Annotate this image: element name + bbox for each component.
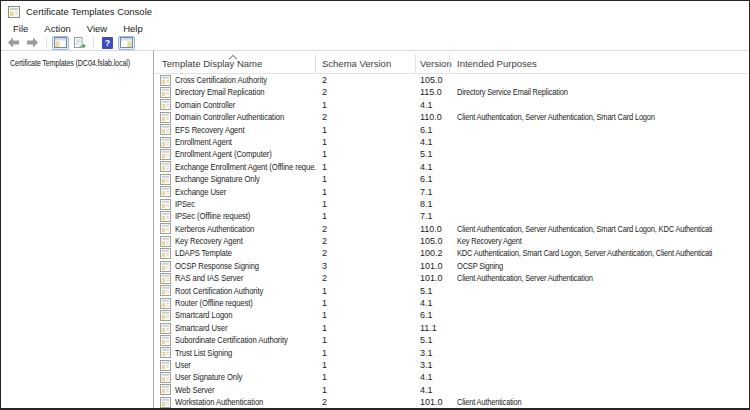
cell-version: 4.1 (420, 136, 456, 148)
menu-help[interactable]: Help (115, 23, 151, 34)
cell-template-display-name: Cross Certification Authority (160, 74, 316, 86)
cell-schema-version: 1 (322, 309, 382, 321)
cell-intended-purposes: Client Authentication, Server Authentica… (457, 272, 712, 284)
cell-intended-purposes (457, 285, 712, 297)
table-row[interactable]: Exchange User 1 7.1 (154, 186, 749, 198)
table-row[interactable]: Subordinate Certification Authority 1 5.… (154, 334, 749, 346)
cell-version: 11.1 (420, 322, 456, 334)
column-divider[interactable] (415, 54, 416, 73)
table-row[interactable]: Domain Controller Authentication 2 110.0… (154, 111, 749, 123)
table-row[interactable]: Smartcard Logon 1 6.1 (154, 309, 749, 321)
cell-version: 6.1 (420, 173, 456, 185)
table-row[interactable]: Workstation Authentication 2 101.0 Clien… (154, 396, 749, 408)
column-header-schema-version[interactable]: Schema Version (322, 58, 391, 69)
cell-version: 5.1 (420, 334, 456, 346)
cell-intended-purposes: KDC Authentication, Smart Card Logon, Se… (457, 247, 712, 259)
cell-schema-version: 1 (322, 124, 382, 136)
show-action-pane-button[interactable] (118, 36, 135, 50)
table-row[interactable]: Exchange Enrollment Agent (Offline reque… (154, 161, 749, 173)
table-row[interactable]: IPSec (Offline request) 1 7.1 (154, 210, 749, 222)
menu-file[interactable]: File (5, 23, 36, 34)
cell-schema-version: 1 (322, 371, 382, 383)
cell-intended-purposes (457, 347, 712, 359)
cell-schema-version: 1 (322, 359, 382, 371)
cell-intended-purposes (457, 124, 712, 136)
export-list-icon (73, 37, 86, 49)
cell-intended-purposes: Directory Service Email Replication (457, 86, 712, 98)
table-row[interactable]: Router (Offline request) 1 4.1 (154, 297, 749, 309)
cell-intended-purposes: Client Authentication (457, 396, 712, 408)
table-row[interactable]: EFS Recovery Agent 1 6.1 (154, 124, 749, 136)
column-header-version[interactable]: Version (420, 58, 452, 69)
table-row[interactable]: Root Certification Authority 1 5.1 (154, 285, 749, 297)
column-divider[interactable] (315, 54, 316, 73)
table-row[interactable]: RAS and IAS Server 2 101.0 Client Authen… (154, 272, 749, 284)
table-row[interactable]: IPSec 1 8.1 (154, 198, 749, 210)
cell-version: 4.1 (420, 99, 456, 111)
cell-intended-purposes (457, 74, 712, 86)
certificate-templates-console-window: Certificate Templates Console File Actio… (0, 0, 750, 410)
cell-schema-version: 2 (322, 235, 382, 247)
cell-template-display-name: LDAPS Template (160, 247, 316, 259)
table-row[interactable]: Directory Email Replication 2 115.0 Dire… (154, 86, 749, 98)
console-tree-pane: Certificate Templates (DC04.fslab.local) (1, 51, 154, 408)
cell-template-display-name: Smartcard Logon (160, 309, 316, 321)
cell-template-display-name: Web Server (160, 384, 316, 396)
certificate-template-icon (160, 360, 171, 371)
cell-intended-purposes (457, 359, 712, 371)
cell-template-display-name: IPSec (Offline request) (160, 210, 316, 222)
table-row[interactable]: Web Server 1 4.1 (154, 384, 749, 396)
certificate-template-icon (160, 323, 171, 334)
table-row[interactable]: Exchange Signature Only 1 6.1 (154, 173, 749, 185)
cell-schema-version: 2 (322, 223, 382, 235)
table-row[interactable]: Kerberos Authentication 2 110.0 Client A… (154, 223, 749, 235)
cell-template-display-name: Workstation Authentication (160, 396, 316, 408)
table-row[interactable]: Enrollment Agent (Computer) 1 5.1 (154, 148, 749, 160)
table-row[interactable]: Smartcard User 1 11.1 (154, 322, 749, 334)
export-list-button[interactable] (71, 36, 88, 50)
column-header-template-display-name[interactable]: Template Display Name (162, 58, 262, 69)
column-header-intended-purposes[interactable]: Intended Purposes (457, 58, 537, 69)
menu-view[interactable]: View (79, 23, 115, 34)
cell-version: 4.1 (420, 161, 456, 173)
cell-version: 101.0 (420, 396, 456, 408)
cell-intended-purposes (457, 297, 712, 309)
certificate-template-icon (160, 236, 171, 247)
cell-version: 110.0 (420, 223, 456, 235)
column-divider[interactable] (449, 54, 450, 73)
cell-schema-version: 2 (322, 86, 382, 98)
cell-version: 5.1 (420, 285, 456, 297)
cell-intended-purposes (457, 148, 712, 160)
menu-action[interactable]: Action (36, 23, 78, 34)
templates-list-pane: Template Display Name Schema Version Ver… (154, 51, 749, 408)
table-row[interactable]: Key Recovery Agent 2 105.0 Key Recovery … (154, 235, 749, 247)
cell-intended-purposes: Client Authentication, Server Authentica… (457, 111, 712, 123)
cell-template-display-name: RAS and IAS Server (160, 272, 316, 284)
table-row[interactable]: OCSP Response Signing 3 101.0 OCSP Signi… (154, 260, 749, 272)
cell-version: 101.0 (420, 260, 456, 272)
cell-version: 6.1 (420, 309, 456, 321)
certificate-template-icon (160, 347, 171, 358)
table-row[interactable]: User Signature Only 1 4.1 (154, 371, 749, 383)
table-row[interactable]: Domain Controller 1 4.1 (154, 99, 749, 111)
table-row[interactable]: LDAPS Template 2 100.2 KDC Authenticatio… (154, 247, 749, 259)
table-row[interactable]: Cross Certification Authority 2 105.0 (154, 74, 749, 86)
back-button[interactable] (5, 36, 22, 50)
table-row[interactable]: Trust List Signing 1 3.1 (154, 347, 749, 359)
cell-template-display-name: Key Recovery Agent (160, 235, 316, 247)
cell-template-display-name: User (160, 359, 316, 371)
cell-template-display-name: User Signature Only (160, 371, 316, 383)
forward-button[interactable] (24, 36, 41, 50)
tree-item-certificate-templates-root[interactable]: Certificate Templates (DC04.fslab.local) (1, 56, 153, 70)
show-console-tree-button[interactable] (52, 36, 69, 50)
table-row[interactable]: User 1 3.1 (154, 359, 749, 371)
help-button[interactable] (99, 36, 116, 50)
certificate-template-icon (160, 273, 171, 284)
cell-intended-purposes (457, 186, 712, 198)
cell-template-display-name: Root Certification Authority (160, 285, 316, 297)
table-row[interactable]: Enrollment Agent 1 4.1 (154, 136, 749, 148)
cell-template-display-name: Smartcard User (160, 322, 316, 334)
cell-intended-purposes: Client Authentication, Server Authentica… (457, 223, 712, 235)
certificate-template-icon (160, 310, 171, 321)
certificate-template-icon (160, 335, 171, 346)
